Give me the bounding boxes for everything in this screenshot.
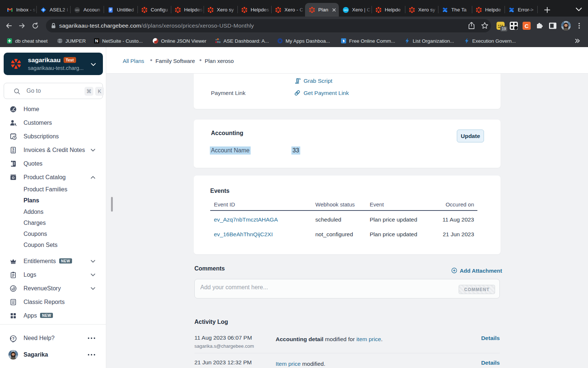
svg-text:xero: xero	[75, 9, 79, 11]
svg-text:?: ?	[12, 336, 15, 341]
svg-text:xero: xero	[344, 9, 348, 11]
svg-text:$: $	[12, 147, 14, 151]
svg-text:C: C	[525, 23, 529, 29]
svg-text:N: N	[95, 39, 98, 43]
